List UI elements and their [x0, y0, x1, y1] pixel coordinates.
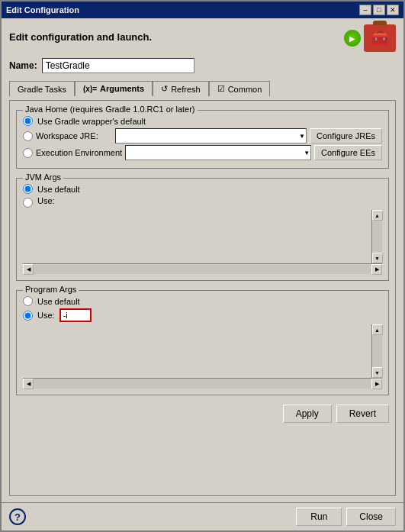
prog-use-label: Use: — [37, 311, 55, 320]
java-home-radio2[interactable] — [23, 131, 33, 141]
jvm-args-label: JVM Args — [23, 172, 63, 182]
jvm-scroll-track — [372, 221, 382, 253]
prog-default-label: Use default — [37, 297, 80, 306]
prog-use-row: Use: — [23, 308, 382, 322]
workspace-jre-select[interactable] — [115, 128, 307, 143]
name-label: Name: — [9, 60, 37, 71]
jvm-scrollbar-h: ◀ ▶ — [23, 263, 382, 274]
prog-default-row: Use default — [23, 296, 382, 306]
exec-env-combo-wrapper — [125, 145, 311, 160]
play-icon: ▶ — [344, 30, 361, 47]
java-home-group: Java Home (requires Gradle 1.0.RC1 or la… — [16, 110, 389, 169]
program-args-label: Program Args — [23, 285, 79, 294]
java-home-radio1[interactable] — [23, 116, 33, 126]
java-home-radio1-label: Use Gradle wrapper's default — [37, 117, 146, 126]
jvm-default-radio[interactable] — [23, 184, 33, 194]
prog-text-inner: ▲ ▼ — [23, 324, 382, 378]
prog-textarea[interactable] — [23, 324, 371, 378]
launch-icon-area: ▶ 🧰 — [344, 24, 396, 52]
run-button[interactable]: Run — [296, 508, 342, 526]
java-home-radio1-row: Use Gradle wrapper's default — [23, 116, 382, 126]
jvm-scrollbar-v: ▲ ▼ — [371, 210, 382, 263]
help-button[interactable]: ? — [9, 508, 26, 525]
arguments-panel: Java Home (requires Gradle 1.0.RC1 or la… — [9, 100, 396, 496]
exec-env-select[interactable] — [125, 145, 311, 160]
jvm-scroll-right[interactable]: ▶ — [371, 264, 382, 275]
bottom-bar: ? Run Close — [2, 502, 403, 530]
prog-scroll-htrack — [34, 379, 371, 389]
name-row: Name: — [9, 58, 396, 73]
java-home-radio3[interactable] — [23, 148, 33, 158]
window-header: Edit configuration and launch. — [9, 31, 152, 43]
prog-scroll-track — [372, 335, 382, 367]
java-home-radio2-row: Workspace JRE: Configure JREs — [23, 128, 382, 143]
name-input[interactable] — [42, 58, 194, 73]
jvm-text-inner: ▲ ▼ — [23, 210, 382, 263]
jvm-default-row: Use default — [23, 184, 382, 194]
jvm-textarea[interactable] — [23, 210, 371, 263]
java-home-label: Java Home (requires Gradle 1.0.RC1 or la… — [23, 105, 198, 114]
java-home-radio2-label: Workspace JRE: — [36, 131, 112, 140]
revert-button[interactable]: Revert — [336, 405, 389, 423]
apply-button[interactable]: Apply — [283, 405, 332, 423]
apply-revert-row: Apply Revert — [16, 405, 389, 423]
tab-arguments[interactable]: (x)= Arguments — [75, 81, 153, 96]
jvm-args-group: JVM Args Use default Use: ▲ — [16, 178, 389, 281]
prog-use-radio[interactable] — [23, 311, 33, 321]
program-args-group: Program Args Use default Use: ▲ — [16, 290, 389, 395]
jvm-textarea-container: ▲ ▼ ◀ ▶ — [23, 210, 382, 274]
header-row: Edit configuration and launch. ▶ 🧰 — [9, 24, 396, 52]
jvm-default-label: Use default — [37, 185, 80, 194]
tab-common[interactable]: ☑ Common — [209, 81, 271, 96]
java-home-radio3-row: Execution Environment Configure EEs — [23, 145, 382, 160]
prog-textarea-container: ▲ ▼ ◀ ▶ — [23, 324, 382, 389]
toolbox-handle — [373, 21, 387, 25]
prog-scroll-left[interactable]: ◀ — [23, 379, 34, 389]
edit-configuration-window: Edit Configuration – □ ✕ Edit configurat… — [0, 0, 405, 532]
window-content: Edit configuration and launch. ▶ 🧰 Name:… — [2, 18, 403, 502]
jvm-scroll-down[interactable]: ▼ — [372, 253, 383, 263]
jvm-use-row: Use: — [23, 196, 382, 208]
prog-scroll-up[interactable]: ▲ — [372, 324, 383, 335]
prog-scrollbar-v: ▲ ▼ — [371, 324, 382, 378]
title-bar-controls: – □ ✕ — [359, 5, 399, 15]
minimize-button[interactable]: – — [359, 5, 371, 15]
run-close-buttons: Run Close — [296, 508, 396, 526]
prog-scrollbar-h: ◀ ▶ — [23, 378, 382, 389]
jvm-use-radio[interactable] — [23, 198, 33, 208]
title-bar: Edit Configuration – □ ✕ — [2, 2, 403, 18]
tab-refresh[interactable]: ↺ Refresh — [153, 81, 209, 96]
prog-scroll-right[interactable]: ▶ — [371, 379, 382, 389]
prog-default-radio[interactable] — [23, 296, 33, 306]
tab-refresh-icon: ↺ — [161, 84, 168, 94]
java-home-radio3-label: Execution Environment — [36, 148, 122, 157]
tab-gradle-tasks[interactable]: Gradle Tasks — [9, 81, 75, 96]
close-button-bottom[interactable]: Close — [346, 508, 396, 526]
jvm-scroll-htrack — [34, 264, 371, 274]
configure-ees-button[interactable]: Configure EEs — [314, 145, 382, 160]
tab-refresh-label: Refresh — [171, 85, 201, 94]
workspace-jre-combo-wrapper — [115, 128, 307, 143]
tab-common-label: Common — [228, 85, 262, 94]
jvm-use-label: Use: — [37, 196, 55, 205]
program-args-input[interactable] — [59, 308, 92, 322]
jvm-scroll-up[interactable]: ▲ — [372, 210, 383, 221]
tab-arguments-icon: (x)= — [83, 85, 97, 93]
tab-arguments-label: Arguments — [100, 84, 144, 93]
tab-common-icon: ☑ — [217, 84, 225, 94]
jvm-scroll-left[interactable]: ◀ — [23, 264, 34, 275]
close-button[interactable]: ✕ — [387, 5, 399, 15]
maximize-button[interactable]: □ — [373, 5, 385, 15]
toolbox-icon: 🧰 — [364, 24, 396, 52]
prog-scroll-down[interactable]: ▼ — [372, 367, 383, 378]
window-title: Edit Configuration — [6, 5, 79, 15]
configure-jres-button[interactable]: Configure JREs — [310, 128, 382, 143]
tabs-bar: Gradle Tasks (x)= Arguments ↺ Refresh ☑ … — [9, 81, 396, 96]
tab-gradle-tasks-label: Gradle Tasks — [18, 85, 66, 94]
